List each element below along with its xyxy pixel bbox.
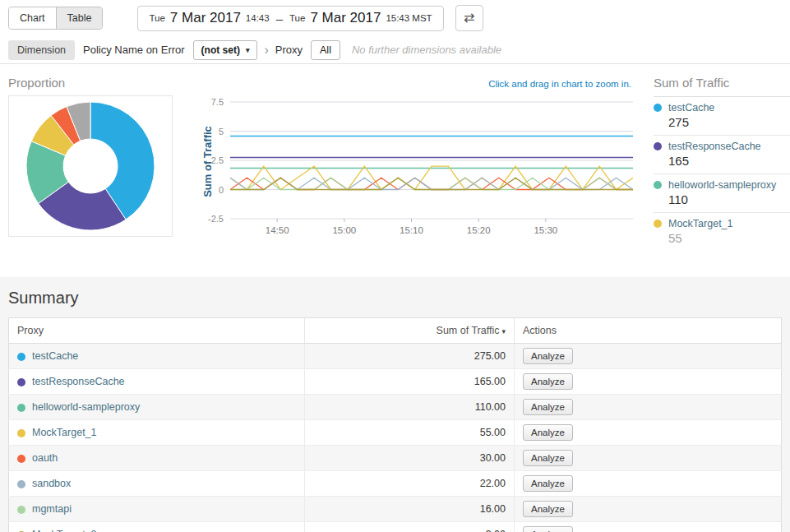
start-day: Tue	[149, 13, 164, 23]
no-dimensions-note: No further dimensions available	[352, 44, 501, 56]
analyze-button[interactable]: Analyze	[523, 526, 573, 532]
series-line-mgmtapi	[230, 178, 633, 189]
svg-text:15:20: 15:20	[467, 225, 491, 235]
table-row: helloworld-sampleproxy 110.00 Analyze	[9, 395, 782, 420]
legend-item: testResponseCache 165	[654, 136, 790, 174]
series-color-dot	[17, 404, 25, 412]
svg-text:2.5: 2.5	[211, 155, 224, 165]
series-color-dot	[17, 353, 25, 361]
chart-section: Proportion Click and drag in chart to zo…	[0, 64, 790, 277]
legend-item: helloworld-sampleproxy 110	[654, 174, 790, 213]
table-row: mgmtapi 16.00 Analyze	[9, 497, 782, 522]
series-line-MockTarget_2	[230, 178, 633, 189]
table-view-button[interactable]: Table	[57, 7, 103, 29]
legend-item: testCache 275	[654, 97, 790, 136]
caret-down-icon: ▾	[246, 46, 250, 54]
legend-series-name[interactable]: helloworld-sampleproxy	[668, 179, 776, 191]
legend-item: MockTarget_1 55	[654, 213, 790, 244]
sort-desc-icon: ▾	[501, 327, 506, 335]
chevron-right-icon: ›	[264, 43, 268, 58]
proportion-label: Proportion	[8, 76, 65, 90]
analyze-button[interactable]: Analyze	[523, 348, 573, 364]
chart-view-button[interactable]: Chart	[9, 7, 57, 29]
traffic-value: 22.00	[305, 471, 515, 497]
end-day: Tue	[289, 13, 305, 23]
summary-title: Summary	[8, 289, 782, 308]
top-toolbar: Chart Table Tue 7 Mar 2017 14:43 – Tue 7…	[0, 0, 790, 36]
dimension-value: (not set)	[201, 44, 240, 56]
svg-text:15:10: 15:10	[400, 225, 423, 235]
proxy-dimension-label: Proxy	[275, 44, 303, 56]
end-date: 7 Mar 2017	[310, 10, 381, 26]
analyze-button[interactable]: Analyze	[523, 399, 573, 415]
svg-text:15:00: 15:00	[332, 225, 356, 235]
dimension-metric-label: Policy Name on Error	[83, 44, 185, 56]
end-time: 15:43 MST	[386, 13, 432, 23]
series-line-oauth	[230, 178, 633, 189]
date-range-separator: –	[276, 12, 283, 25]
svg-text:7.5: 7.5	[211, 97, 224, 107]
proxy-name: MockTarget_1	[32, 427, 97, 438]
legend-series-name[interactable]: testResponseCache	[668, 141, 761, 152]
proxy-name: testResponseCache	[32, 376, 125, 387]
legend-series-value: 165	[668, 154, 790, 168]
series-color-dot	[654, 181, 662, 189]
column-header-sum-of-traffic[interactable]: Sum of Traffic▾	[305, 318, 515, 344]
dimension-chip: Dimension	[8, 40, 75, 60]
traffic-value: 16.00	[305, 497, 515, 522]
legend-series-value: 55	[668, 231, 790, 244]
analyze-button[interactable]: Analyze	[523, 424, 573, 441]
column-header-label: Sum of Traffic	[437, 325, 500, 336]
svg-text:5: 5	[219, 127, 224, 136]
start-time: 14:43	[246, 13, 270, 23]
proportion-donut-panel	[8, 95, 173, 237]
legend-series-name[interactable]: MockTarget_1	[668, 218, 733, 229]
svg-text:14:50: 14:50	[266, 225, 289, 235]
proxy-name: oauth	[32, 452, 58, 464]
proxy-name: mgmtapi	[32, 503, 72, 515]
proxy-name: sandbox	[32, 478, 71, 489]
proxy-all-button[interactable]: All	[311, 40, 340, 60]
series-color-dot	[654, 104, 662, 112]
start-date: 7 Mar 2017	[170, 10, 241, 26]
series-color-dot	[17, 455, 25, 463]
table-header-row: Proxy Sum of Traffic▾ Actions	[9, 318, 782, 344]
proxy-name: helloworld-sampleproxy	[32, 401, 140, 413]
analyze-button[interactable]: Analyze	[523, 373, 573, 390]
table-row: testResponseCache 165.00 Analyze	[9, 369, 782, 395]
traffic-value: 3.00	[305, 522, 515, 532]
table-row: sandbox 22.00 Analyze	[9, 471, 782, 497]
series-color-dot	[17, 429, 25, 437]
legend-series-value: 110	[668, 192, 790, 206]
series-line-MockTarget_1	[230, 166, 633, 189]
table-row: MockTarget_2 3.00 Analyze	[9, 522, 782, 532]
svg-text:15:30: 15:30	[534, 225, 557, 235]
summary-table: Proxy Sum of Traffic▾ Actions testCache …	[8, 317, 782, 532]
proxy-name: testCache	[32, 350, 78, 362]
analyze-button[interactable]: Analyze	[523, 450, 573, 466]
dimension-value-dropdown[interactable]: (not set) ▾	[193, 40, 258, 60]
svg-text:0: 0	[219, 185, 224, 195]
proxy-name: MockTarget_2	[32, 529, 97, 532]
analyze-button[interactable]: Analyze	[523, 475, 573, 492]
legend-series-value: 275	[668, 115, 790, 129]
column-header-actions: Actions	[515, 318, 782, 344]
traffic-value: 275.00	[305, 344, 515, 369]
traffic-value: 30.00	[305, 446, 515, 471]
svg-text:-2.5: -2.5	[208, 214, 224, 224]
proportion-donut-chart[interactable]	[9, 97, 172, 235]
traffic-value: 110.00	[305, 395, 515, 420]
legend-title: Sum of Traffic	[654, 76, 790, 97]
series-color-dot	[17, 378, 25, 386]
traffic-line-chart[interactable]: 7.552.50-2.514:5015:0015:1015:2015:30	[206, 89, 641, 247]
refresh-button[interactable]: ⇄	[455, 5, 483, 31]
series-color-dot	[654, 142, 662, 150]
legend-series-name[interactable]: testCache	[668, 102, 714, 113]
traffic-value: 55.00	[305, 420, 515, 446]
date-range-picker[interactable]: Tue 7 Mar 2017 14:43 – Tue 7 Mar 2017 15…	[137, 6, 443, 31]
view-toggle: Chart Table	[8, 7, 103, 30]
analyze-button[interactable]: Analyze	[523, 501, 573, 517]
chart-legend: Sum of Traffic testCache 275 testRespons…	[654, 76, 790, 244]
series-line-sandbox	[230, 178, 633, 189]
column-header-proxy[interactable]: Proxy	[9, 318, 305, 344]
